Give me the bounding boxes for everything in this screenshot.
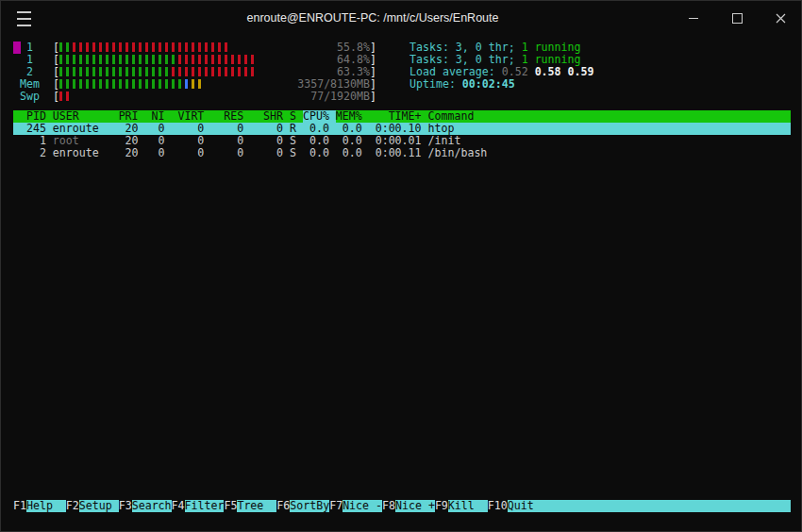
cell-user: enroute: [53, 147, 112, 159]
uptime: Uptime: 00:02:45: [409, 78, 515, 91]
fkey-f10: F10: [488, 500, 508, 512]
fkey-f8: F8: [382, 500, 395, 512]
meter-open-bracket: [: [53, 91, 59, 103]
maximize-button[interactable]: [715, 0, 759, 36]
window-title: enroute@ENROUTE-PC: /mnt/c/Users/EnRoute: [94, 0, 651, 36]
fkey-f3: F3: [119, 500, 132, 512]
hamburger-menu-icon[interactable]: [17, 10, 36, 27]
meter-value: 77/1920MB: [126, 91, 370, 103]
cell-command: /bin/bash: [428, 147, 488, 159]
title-bar: enroute@ENROUTE-PC: /mnt/c/Users/EnRoute: [0, 0, 802, 36]
fkey-f2: F2: [66, 500, 79, 512]
meter-value: 55.8%: [126, 42, 370, 54]
maximize-icon: [732, 13, 743, 24]
cell-virt: 0: [171, 147, 204, 159]
fkey-f7: F7: [329, 500, 343, 512]
fkey-f1: F1: [13, 500, 26, 512]
cell-time+: 0:00.11: [369, 147, 422, 159]
fkey-label-f4[interactable]: Filter: [185, 500, 225, 512]
mem-meter: Mem[3357/8130MB]: [13, 78, 779, 91]
function-key-bar: F1Help F2Setup F3SearchF4FilterF5Tree F6…: [13, 500, 791, 512]
cell-s: S: [290, 147, 296, 159]
meter-close-bracket: ]: [370, 91, 376, 103]
cell-cpu%: 0.0: [303, 147, 329, 159]
fkey-label-f3[interactable]: Search: [132, 500, 172, 512]
fkey-label-f1[interactable]: Help: [26, 500, 66, 512]
fkey-label-f2[interactable]: Setup: [79, 500, 119, 512]
fkey-label-f5[interactable]: Tree: [237, 500, 276, 512]
fkey-f5: F5: [224, 500, 237, 512]
cell-ni: 0: [145, 147, 165, 159]
fkey-label-f9[interactable]: Kill: [448, 500, 488, 512]
close-icon: [776, 13, 786, 24]
cell-res: 0: [210, 147, 243, 159]
fkey-f6: F6: [276, 500, 290, 512]
swp-meter-label: Swp: [20, 91, 40, 103]
cpu-meter: 1[55.8%]: [13, 42, 779, 54]
cell-mem%: 0.0: [336, 147, 362, 159]
fkey-label-f8[interactable]: Nice +: [395, 500, 435, 512]
table-row[interactable]: 2enroute200000S0.00.00:00.11/bin/bash: [13, 147, 791, 159]
fkey-label-f7[interactable]: Nice -: [343, 500, 382, 512]
fkey-f4: F4: [172, 500, 185, 512]
meter-bars: [59, 91, 73, 102]
minimize-icon: [689, 18, 698, 19]
close-button[interactable]: [759, 0, 802, 36]
fkey-label-f10[interactable]: Quit: [508, 500, 791, 512]
window-controls: [672, 0, 802, 36]
cpu-meter: 1[64.8%]: [13, 54, 779, 66]
swp-meter: Swp[77/1920MB]: [13, 91, 779, 103]
cpu-meter: 2[63.3%]: [13, 66, 779, 78]
cell-pid: 2: [13, 147, 46, 159]
fkey-label-f6[interactable]: SortBy: [290, 500, 329, 512]
cell-pri: 20: [119, 147, 139, 159]
meter-value: 64.8%: [126, 54, 370, 66]
terminal-content: 1[55.8%]1[64.8%]2[63.3%]Mem[3357/8130MB]…: [0, 36, 802, 532]
cell-shr: 0: [250, 147, 283, 159]
fkey-f9: F9: [435, 500, 448, 512]
terminal-window: enroute@ENROUTE-PC: /mnt/c/Users/EnRoute…: [0, 0, 802, 532]
minimize-button[interactable]: [672, 0, 715, 36]
